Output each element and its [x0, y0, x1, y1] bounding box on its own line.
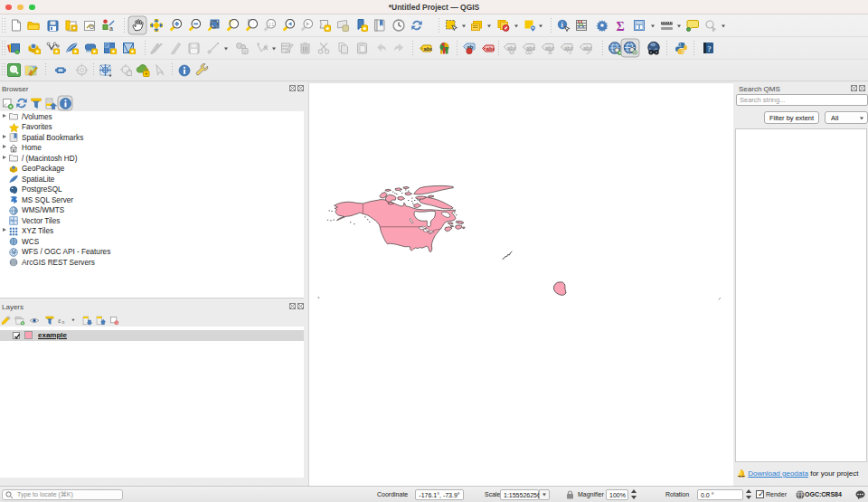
svg-text:abc: abc	[423, 45, 432, 52]
svg-text:?: ?	[707, 44, 712, 53]
svg-text:abc: abc	[545, 44, 554, 50]
svg-text:Σ: Σ	[617, 20, 625, 33]
svg-text:abc: abc	[486, 45, 495, 52]
svg-text:abc: abc	[583, 44, 592, 50]
svg-text:1:1: 1:1	[269, 23, 275, 27]
svg-text:ε: ε	[58, 317, 61, 325]
svg-text:a: a	[109, 25, 113, 32]
svg-text:abc: abc	[507, 44, 516, 50]
svg-text:Π: Π	[62, 320, 65, 324]
svg-text:abc: abc	[526, 44, 535, 50]
svg-text:abc: abc	[564, 44, 573, 50]
